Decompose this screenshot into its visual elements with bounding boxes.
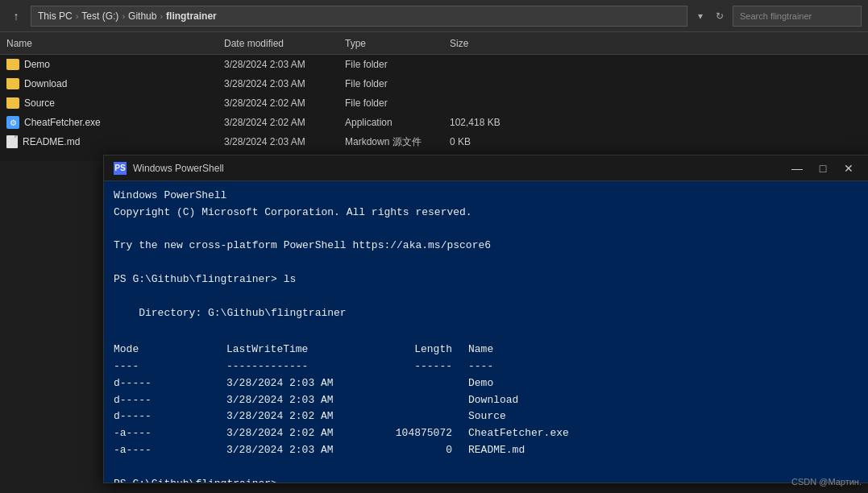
- breadcrumb-github[interactable]: Github: [128, 10, 156, 22]
- file-type: File folder: [338, 97, 443, 109]
- ps-length: [372, 408, 468, 425]
- ps-sep-date: -------------: [226, 358, 372, 375]
- ps-col-date-header: LastWriteTime: [226, 342, 372, 358]
- search-box[interactable]: Search flingtrainer: [733, 6, 862, 27]
- ps-col-len-header: Length: [372, 342, 468, 358]
- file-size: 102,418 KB: [443, 117, 524, 128]
- ps-filename: Download: [468, 392, 858, 409]
- file-name: CheatFetcher.exe: [24, 117, 101, 128]
- dropdown-arrow-button[interactable]: ▾: [692, 8, 708, 24]
- ps-content[interactable]: Windows PowerShell Copyright (C) Microso…: [104, 181, 868, 483]
- breadcrumb-testg[interactable]: Test (G:): [81, 10, 118, 22]
- column-headers: Name Date modified Type Size: [0, 32, 868, 55]
- refresh-button[interactable]: ↻: [712, 8, 728, 24]
- ps-icon: PS: [114, 162, 127, 175]
- folder-icon: [6, 78, 19, 89]
- watermark: CSDN @Мартин.: [791, 477, 862, 487]
- file-icon: [6, 135, 18, 148]
- ps-maximize-button[interactable]: □: [813, 159, 833, 178]
- file-date: 3/28/2024 2:03 AM: [218, 136, 338, 147]
- ps-line-blank2: [114, 255, 858, 271]
- breadcrumb-flingtrainer[interactable]: flingtrainer: [166, 10, 217, 22]
- col-header-date[interactable]: Date modified: [218, 38, 338, 49]
- ps-date: 3/28/2024 2:02 AM: [226, 408, 372, 425]
- ps-line-blank3: [114, 288, 858, 305]
- file-type: Application: [338, 117, 443, 128]
- ps-table: Mode LastWriteTime Length Name ---- ----…: [114, 342, 858, 459]
- ps-date: 3/28/2024 2:02 AM: [226, 425, 372, 442]
- ps-filename: Source: [468, 408, 858, 425]
- file-date: 3/28/2024 2:03 AM: [218, 59, 338, 70]
- col-header-type[interactable]: Type: [338, 38, 443, 49]
- ps-line-crossplatform: Try the new cross-platform PowerShell ht…: [114, 238, 858, 255]
- ps-sep-name: ----: [468, 358, 858, 375]
- ps-mode: -a----: [114, 425, 226, 442]
- file-name: Download: [24, 78, 67, 89]
- file-name: Source: [24, 97, 55, 109]
- ps-line-blank4: [114, 321, 858, 338]
- breadcrumb-sep-1: ›: [76, 11, 79, 21]
- search-placeholder: Search flingtrainer: [740, 11, 812, 21]
- file-explorer: ↑ This PC › Test (G:) › Github › flingtr…: [0, 0, 868, 161]
- folder-icon: [6, 59, 19, 70]
- ps-length: 104875072: [372, 425, 468, 442]
- list-item: -a---- 3/28/2024 2:02 AM 104875072 Cheat…: [114, 425, 858, 442]
- ps-sep-len: ------: [372, 358, 468, 375]
- file-type: Markdown 源文件: [338, 135, 443, 149]
- breadcrumb-sep-3: ›: [160, 11, 163, 21]
- file-date: 3/28/2024 2:03 AM: [218, 78, 338, 89]
- ps-close-button[interactable]: ✕: [839, 159, 858, 178]
- file-name: Demo: [24, 59, 50, 70]
- ps-title: Windows PowerShell: [133, 163, 781, 174]
- table-row[interactable]: Download 3/28/2024 2:03 AM File folder: [0, 74, 868, 93]
- ps-length: [372, 375, 468, 392]
- ps-minimize-button[interactable]: —: [787, 159, 807, 178]
- ps-filename: README.md: [468, 442, 858, 459]
- address-icons: ▾ ↻: [692, 8, 728, 24]
- col-header-name[interactable]: Name: [0, 38, 218, 49]
- nav-up-button[interactable]: ↑: [6, 6, 26, 26]
- table-row[interactable]: README.md 3/28/2024 2:03 AM Markdown 源文件…: [0, 132, 868, 151]
- ps-prompt-end: PS G:\Github\flingtrainer>: [114, 476, 858, 483]
- list-item: d----- 3/28/2024 2:02 AM Source: [114, 408, 858, 425]
- file-date: 3/28/2024 2:02 AM: [218, 97, 338, 109]
- ps-filename: CheatFetcher.exe: [468, 425, 858, 442]
- ps-date: 3/28/2024 2:03 AM: [226, 392, 372, 409]
- ps-date: 3/28/2024 2:03 AM: [226, 442, 372, 459]
- breadcrumb-thispc[interactable]: This PC: [38, 10, 73, 22]
- list-item: d----- 3/28/2024 2:03 AM Download: [114, 392, 858, 409]
- ps-line-ls-command: PS G:\Github\flingtrainer> ls: [114, 271, 858, 288]
- list-item: d----- 3/28/2024 2:03 AM Demo: [114, 375, 858, 392]
- exe-icon: [6, 116, 19, 129]
- file-date: 3/28/2024 2:02 AM: [218, 117, 338, 128]
- ps-titlebar: PS Windows PowerShell — □ ✕: [104, 155, 868, 181]
- powershell-window: PS Windows PowerShell — □ ✕ Windows Powe…: [103, 155, 868, 483]
- ps-line-copyright: Copyright (C) Microsoft Corporation. All…: [114, 205, 858, 222]
- ps-filename: Demo: [468, 375, 858, 392]
- list-item: -a---- 3/28/2024 2:03 AM 0 README.md: [114, 442, 858, 459]
- ps-col-mode-header: Mode: [114, 342, 226, 358]
- ps-sep-mode: ----: [114, 358, 226, 375]
- col-header-size[interactable]: Size: [443, 38, 524, 49]
- ps-line-blank5: [114, 459, 858, 476]
- ps-mode: -a----: [114, 442, 226, 459]
- table-row[interactable]: Source 3/28/2024 2:02 AM File folder: [0, 93, 868, 113]
- table-row[interactable]: CheatFetcher.exe 3/28/2024 2:02 AM Appli…: [0, 113, 868, 132]
- file-type: File folder: [338, 78, 443, 89]
- ps-col-name-header: Name: [468, 342, 858, 358]
- ps-date: 3/28/2024 2:03 AM: [226, 375, 372, 392]
- ps-mode: d-----: [114, 375, 226, 392]
- address-bar[interactable]: This PC › Test (G:) › Github › flingtrai…: [31, 6, 687, 27]
- ps-mode: d-----: [114, 408, 226, 425]
- file-list: Demo 3/28/2024 2:03 AM File folder Downl…: [0, 55, 868, 151]
- ps-mode: d-----: [114, 392, 226, 409]
- breadcrumb-sep-2: ›: [122, 11, 125, 21]
- ps-table-header: Mode LastWriteTime Length Name: [114, 342, 858, 358]
- file-name: README.md: [23, 136, 80, 147]
- file-type: File folder: [338, 59, 443, 70]
- ps-line-blank1: [114, 222, 858, 238]
- ps-line-header1: Windows PowerShell: [114, 188, 858, 205]
- table-row[interactable]: Demo 3/28/2024 2:03 AM File folder: [0, 55, 868, 74]
- fe-toolbar: ↑ This PC › Test (G:) › Github › flingtr…: [0, 0, 868, 32]
- ps-length: [372, 392, 468, 409]
